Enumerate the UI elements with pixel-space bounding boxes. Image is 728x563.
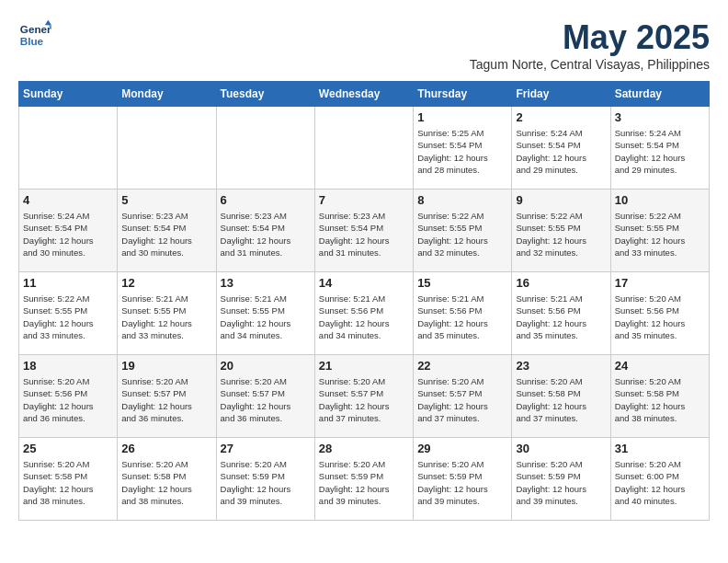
day-cell: 24Sunrise: 5:20 AM Sunset: 5:58 PM Dayli… — [610, 355, 709, 438]
day-cell: 2Sunrise: 5:24 AM Sunset: 5:54 PM Daylig… — [512, 107, 610, 190]
day-number: 24 — [615, 359, 705, 373]
day-number: 14 — [319, 276, 409, 290]
day-info: Sunrise: 5:24 AM Sunset: 5:54 PM Dayligh… — [615, 127, 705, 176]
day-info: Sunrise: 5:20 AM Sunset: 5:59 PM Dayligh… — [516, 458, 606, 507]
day-cell: 7Sunrise: 5:23 AM Sunset: 5:54 PM Daylig… — [314, 190, 413, 272]
week-row-1: 1Sunrise: 5:25 AM Sunset: 5:54 PM Daylig… — [19, 107, 710, 190]
day-number: 18 — [23, 359, 113, 373]
weekday-header-wednesday: Wednesday — [314, 82, 413, 107]
day-number: 30 — [516, 442, 606, 455]
day-number: 12 — [121, 276, 211, 290]
day-cell: 20Sunrise: 5:20 AM Sunset: 5:57 PM Dayli… — [216, 355, 314, 438]
week-row-2: 4Sunrise: 5:24 AM Sunset: 5:54 PM Daylig… — [19, 190, 710, 272]
day-info: Sunrise: 5:20 AM Sunset: 5:57 PM Dayligh… — [319, 375, 409, 424]
weekday-header-sunday: Sunday — [19, 82, 118, 107]
day-number: 4 — [23, 193, 113, 207]
day-info: Sunrise: 5:23 AM Sunset: 5:54 PM Dayligh… — [121, 210, 211, 259]
day-number: 19 — [121, 359, 211, 373]
day-number: 31 — [615, 442, 705, 455]
weekday-header-saturday: Saturday — [610, 82, 709, 107]
day-number: 7 — [319, 193, 409, 207]
day-number: 8 — [417, 193, 507, 207]
calendar-table: SundayMondayTuesdayWednesdayThursdayFrid… — [18, 81, 710, 521]
day-info: Sunrise: 5:21 AM Sunset: 5:56 PM Dayligh… — [319, 293, 409, 341]
day-cell: 13Sunrise: 5:21 AM Sunset: 5:55 PM Dayli… — [216, 272, 314, 355]
day-number: 17 — [615, 276, 705, 290]
day-info: Sunrise: 5:20 AM Sunset: 5:59 PM Dayligh… — [221, 458, 311, 507]
day-info: Sunrise: 5:20 AM Sunset: 5:57 PM Dayligh… — [221, 375, 311, 424]
day-cell: 11Sunrise: 5:22 AM Sunset: 5:55 PM Dayli… — [19, 272, 118, 355]
day-cell: 29Sunrise: 5:20 AM Sunset: 5:59 PM Dayli… — [414, 438, 512, 521]
day-info: Sunrise: 5:24 AM Sunset: 5:54 PM Dayligh… — [516, 127, 606, 176]
day-number: 15 — [417, 276, 507, 290]
day-number: 13 — [221, 276, 311, 290]
day-info: Sunrise: 5:20 AM Sunset: 5:58 PM Dayligh… — [121, 458, 211, 507]
day-cell: 9Sunrise: 5:22 AM Sunset: 5:55 PM Daylig… — [512, 190, 610, 272]
day-cell: 5Sunrise: 5:23 AM Sunset: 5:54 PM Daylig… — [118, 190, 216, 272]
day-info: Sunrise: 5:20 AM Sunset: 5:58 PM Dayligh… — [516, 375, 606, 424]
weekday-header-friday: Friday — [512, 82, 610, 107]
day-number: 28 — [319, 442, 409, 455]
day-number: 29 — [417, 442, 507, 455]
day-cell: 4Sunrise: 5:24 AM Sunset: 5:54 PM Daylig… — [19, 190, 118, 272]
weekday-header-thursday: Thursday — [414, 82, 512, 107]
svg-text:Blue: Blue — [20, 35, 44, 47]
day-number: 25 — [23, 442, 113, 455]
day-cell: 31Sunrise: 5:20 AM Sunset: 6:00 PM Dayli… — [610, 438, 709, 521]
day-cell: 28Sunrise: 5:20 AM Sunset: 5:59 PM Dayli… — [314, 438, 413, 521]
day-info: Sunrise: 5:22 AM Sunset: 5:55 PM Dayligh… — [417, 210, 507, 259]
logo: General Blue — [18, 18, 51, 52]
weekday-header-tuesday: Tuesday — [216, 82, 314, 107]
day-info: Sunrise: 5:23 AM Sunset: 5:54 PM Dayligh… — [221, 210, 311, 259]
day-info: Sunrise: 5:22 AM Sunset: 5:55 PM Dayligh… — [615, 210, 705, 259]
day-info: Sunrise: 5:21 AM Sunset: 5:56 PM Dayligh… — [417, 293, 507, 341]
day-cell: 27Sunrise: 5:20 AM Sunset: 5:59 PM Dayli… — [216, 438, 314, 521]
week-row-3: 11Sunrise: 5:22 AM Sunset: 5:55 PM Dayli… — [19, 272, 710, 355]
day-number: 22 — [417, 359, 507, 373]
day-info: Sunrise: 5:21 AM Sunset: 5:55 PM Dayligh… — [121, 293, 211, 341]
day-info: Sunrise: 5:22 AM Sunset: 5:55 PM Dayligh… — [516, 210, 606, 259]
day-info: Sunrise: 5:20 AM Sunset: 5:56 PM Dayligh… — [23, 375, 113, 424]
day-cell: 21Sunrise: 5:20 AM Sunset: 5:57 PM Dayli… — [314, 355, 413, 438]
day-cell: 12Sunrise: 5:21 AM Sunset: 5:55 PM Dayli… — [118, 272, 216, 355]
day-number: 1 — [417, 110, 507, 124]
day-cell: 1Sunrise: 5:25 AM Sunset: 5:54 PM Daylig… — [414, 107, 512, 190]
weekday-header-row: SundayMondayTuesdayWednesdayThursdayFrid… — [19, 82, 710, 107]
day-cell: 26Sunrise: 5:20 AM Sunset: 5:58 PM Dayli… — [118, 438, 216, 521]
day-cell: 3Sunrise: 5:24 AM Sunset: 5:54 PM Daylig… — [610, 107, 709, 190]
page-header: General Blue May 2025 Tagum Norte, Centr… — [18, 18, 710, 72]
day-number: 26 — [121, 442, 211, 455]
day-info: Sunrise: 5:21 AM Sunset: 5:55 PM Dayligh… — [221, 293, 311, 341]
day-info: Sunrise: 5:20 AM Sunset: 5:57 PM Dayligh… — [121, 375, 211, 424]
weekday-header-monday: Monday — [118, 82, 216, 107]
day-info: Sunrise: 5:21 AM Sunset: 5:56 PM Dayligh… — [516, 293, 606, 341]
subtitle: Tagum Norte, Central Visayas, Philippine… — [470, 57, 710, 72]
day-info: Sunrise: 5:24 AM Sunset: 5:54 PM Dayligh… — [23, 210, 113, 259]
day-info: Sunrise: 5:20 AM Sunset: 5:57 PM Dayligh… — [417, 375, 507, 424]
day-cell: 6Sunrise: 5:23 AM Sunset: 5:54 PM Daylig… — [216, 190, 314, 272]
month-title: May 2025 — [470, 18, 710, 57]
title-area: May 2025 Tagum Norte, Central Visayas, P… — [470, 18, 710, 72]
day-info: Sunrise: 5:20 AM Sunset: 6:00 PM Dayligh… — [615, 458, 705, 507]
day-cell: 17Sunrise: 5:20 AM Sunset: 5:56 PM Dayli… — [610, 272, 709, 355]
day-number: 23 — [516, 359, 606, 373]
day-number: 21 — [319, 359, 409, 373]
day-number: 2 — [516, 110, 606, 124]
logo-icon: General Blue — [18, 18, 51, 52]
day-cell — [216, 107, 314, 190]
day-info: Sunrise: 5:20 AM Sunset: 5:59 PM Dayligh… — [417, 458, 507, 507]
day-info: Sunrise: 5:22 AM Sunset: 5:55 PM Dayligh… — [23, 293, 113, 341]
day-info: Sunrise: 5:20 AM Sunset: 5:56 PM Dayligh… — [615, 293, 705, 341]
day-cell: 15Sunrise: 5:21 AM Sunset: 5:56 PM Dayli… — [414, 272, 512, 355]
day-info: Sunrise: 5:20 AM Sunset: 5:58 PM Dayligh… — [615, 375, 705, 424]
day-cell: 18Sunrise: 5:20 AM Sunset: 5:56 PM Dayli… — [19, 355, 118, 438]
day-info: Sunrise: 5:20 AM Sunset: 5:58 PM Dayligh… — [23, 458, 113, 507]
day-number: 3 — [615, 110, 705, 124]
day-number: 16 — [516, 276, 606, 290]
day-info: Sunrise: 5:20 AM Sunset: 5:59 PM Dayligh… — [319, 458, 409, 507]
day-number: 6 — [221, 193, 311, 207]
day-cell: 19Sunrise: 5:20 AM Sunset: 5:57 PM Dayli… — [118, 355, 216, 438]
day-cell: 8Sunrise: 5:22 AM Sunset: 5:55 PM Daylig… — [414, 190, 512, 272]
day-number: 11 — [23, 276, 113, 290]
day-cell: 30Sunrise: 5:20 AM Sunset: 5:59 PM Dayli… — [512, 438, 610, 521]
